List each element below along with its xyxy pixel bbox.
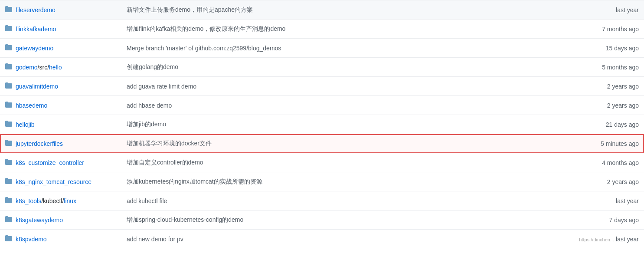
timestamp: last year: [616, 236, 639, 243]
file-link[interactable]: k8s_tools: [16, 197, 41, 204]
table-row: hellojib增加jib的demo21 days ago: [0, 115, 644, 134]
file-name-cell: hellojib: [0, 115, 121, 134]
commit-message-cell: 增加机器学习环境的docker文件: [121, 134, 574, 153]
timestamp-cell: 2 years ago: [574, 172, 644, 191]
table-row: k8spvdemoadd new demo for pvhttps://dinc…: [0, 230, 644, 249]
file-link[interactable]: k8spvdemo: [16, 236, 47, 243]
file-name: jupyterdockerfiles: [16, 140, 63, 147]
folder-icon: [5, 197, 12, 205]
file-name: k8s_customize_controller: [16, 159, 84, 166]
file-link[interactable]: guavalimitdemo: [16, 83, 58, 90]
folder-icon: [5, 82, 12, 90]
file-link[interactable]: fileserverdemo: [16, 7, 56, 13]
commit-message-cell: add new demo for pv: [121, 230, 574, 249]
table-row: k8s_customize_controller增加自定义controller的…: [0, 153, 644, 172]
commit-message-cell: add hbase demo: [121, 96, 574, 115]
file-name: hbasedemo: [16, 102, 47, 109]
tooltip-indicator: https://dinchen...: [579, 237, 614, 242]
file-name-cell: fileserverdemo: [0, 0, 121, 20]
file-name-cell: hbasedemo: [0, 96, 121, 115]
table-row: gatewaydemoMerge branch 'master' of gith…: [0, 39, 644, 58]
file-name: gatewaydemo: [16, 45, 53, 52]
table-row: k8sgatewaydemo增加spring-cloud-kubernetes-…: [0, 211, 644, 230]
file-list: fileserverdemo新增文件上传服务demo，用的是apache的方案l…: [0, 0, 644, 249]
file-name: k8s_tools/kubectl/linux: [16, 197, 76, 204]
timestamp-cell: 7 days ago: [574, 211, 644, 230]
folder-icon: [5, 139, 12, 148]
folder-icon: [5, 63, 12, 71]
timestamp-cell: last year: [574, 191, 644, 211]
file-link[interactable]: jupyterdockerfiles: [16, 140, 63, 147]
folder-icon: [5, 178, 12, 186]
file-name-cell: k8spvdemo: [0, 230, 121, 249]
table-row: fileserverdemo新增文件上传服务demo，用的是apache的方案l…: [0, 0, 644, 20]
file-name: k8spvdemo: [16, 236, 47, 243]
file-link[interactable]: flinkkafkademo: [16, 26, 56, 33]
file-name-cell: guavalimitdemo: [0, 77, 121, 96]
commit-message-cell: 增加spring-cloud-kubernetes-config的demo: [121, 211, 574, 230]
file-link[interactable]: gatewaydemo: [16, 45, 53, 52]
file-link[interactable]: linux: [64, 197, 76, 204]
commit-message-cell: add kubectl file: [121, 191, 574, 211]
commit-message-cell: add guava rate limit demo: [121, 77, 574, 96]
timestamp-cell: 7 months ago: [574, 20, 644, 39]
commit-message-cell: 增加自定义controller的demo: [121, 153, 574, 172]
file-link[interactable]: k8s_nginx_tomcat_resource: [16, 178, 92, 185]
table-row: flinkkafkademo增加flink的kafka相关的demo，修改原来的…: [0, 20, 644, 39]
file-name-cell: flinkkafkademo: [0, 20, 121, 39]
folder-icon: [5, 120, 12, 128]
table-row: jupyterdockerfiles增加机器学习环境的docker文件5 min…: [0, 134, 644, 153]
timestamp-cell: 4 months ago: [574, 153, 644, 172]
commit-message-cell: 新增文件上传服务demo，用的是apache的方案: [121, 0, 574, 20]
table-row: hbasedemoadd hbase demo2 years ago: [0, 96, 644, 115]
folder-icon: [5, 101, 12, 109]
file-name: godemo/src/hello: [16, 64, 62, 71]
timestamp-cell: last year: [574, 0, 644, 20]
timestamp-cell: 15 days ago: [574, 39, 644, 58]
timestamp-cell: 2 years ago: [574, 77, 644, 96]
commit-message-cell: 创建golang的demo: [121, 58, 574, 77]
folder-icon: [5, 216, 12, 224]
file-link[interactable]: godemo: [16, 64, 38, 71]
file-link[interactable]: k8sgatewaydemo: [16, 217, 63, 224]
folder-icon: [5, 25, 12, 33]
commit-message-cell: 添加kubernetes的nginx加tomcat的实战所需的资源: [121, 172, 574, 191]
file-name: k8s_nginx_tomcat_resource: [16, 178, 92, 185]
timestamp-cell: 2 years ago: [574, 96, 644, 115]
file-name-cell: godemo/src/hello: [0, 58, 121, 77]
timestamp-cell: 21 days ago: [574, 115, 644, 134]
table-row: k8s_tools/kubectl/linuxadd kubectl filel…: [0, 191, 644, 211]
timestamp-cell: 5 months ago: [574, 58, 644, 77]
file-name-cell: k8s_tools/kubectl/linux: [0, 191, 121, 211]
file-name-cell: k8s_customize_controller: [0, 153, 121, 172]
file-name: k8sgatewaydemo: [16, 217, 63, 224]
file-name: flinkkafkademo: [16, 26, 56, 33]
file-link[interactable]: hello: [49, 64, 62, 71]
folder-icon: [5, 235, 12, 243]
commit-message-cell: 增加jib的demo: [121, 115, 574, 134]
folder-icon: [5, 158, 12, 167]
folder-icon: [5, 44, 12, 52]
table-row: godemo/src/hello创建golang的demo5 months ag…: [0, 58, 644, 77]
file-link[interactable]: k8s_customize_controller: [16, 159, 84, 166]
file-link[interactable]: hellojib: [16, 121, 35, 128]
file-name-cell: k8s_nginx_tomcat_resource: [0, 172, 121, 191]
folder-icon: [5, 6, 12, 14]
file-name-cell: k8sgatewaydemo: [0, 211, 121, 230]
path-separator: /src/: [38, 64, 49, 71]
file-name-cell: jupyterdockerfiles: [0, 134, 121, 153]
path-separator: /kubectl/: [41, 197, 64, 204]
timestamp-cell: 5 minutes ago: [574, 134, 644, 153]
commit-message-cell: Merge branch 'master' of github.com:zq25…: [121, 39, 574, 58]
commit-message-cell: 增加flink的kafka相关的demo，修改原来的生产消息的demo: [121, 20, 574, 39]
table-row: guavalimitdemoadd guava rate limit demo2…: [0, 77, 644, 96]
file-link[interactable]: hbasedemo: [16, 102, 47, 109]
file-name: hellojib: [16, 121, 35, 128]
timestamp-cell: https://dinchen...last year: [574, 230, 644, 249]
file-name: guavalimitdemo: [16, 83, 58, 90]
table-row: k8s_nginx_tomcat_resource添加kubernetes的ng…: [0, 172, 644, 191]
file-name-cell: gatewaydemo: [0, 39, 121, 58]
file-name: fileserverdemo: [16, 7, 56, 13]
